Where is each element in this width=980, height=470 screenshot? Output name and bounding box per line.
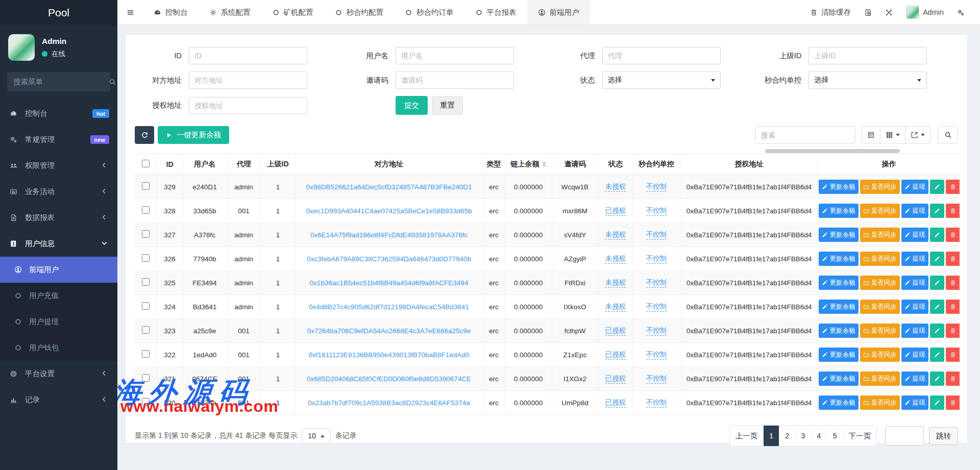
table-search-input[interactable] xyxy=(755,126,855,144)
edit-button[interactable] xyxy=(930,324,944,338)
page-size-select[interactable]: 10 xyxy=(302,428,331,444)
row-checkbox[interactable] xyxy=(142,278,150,286)
address-link[interactable]: 0x6E14A75f9ad166e8f4FcDfdE493581978AA378… xyxy=(310,231,468,239)
sidebar-item-user-info[interactable]: 用户信息 xyxy=(0,231,117,257)
sync-button[interactable]: 是否同步 xyxy=(860,348,900,362)
sidebar-item-business-activity[interactable]: 业务活动 xyxy=(0,179,117,205)
delete-button[interactable] xyxy=(946,324,960,338)
withdraw-button[interactable]: 提现 xyxy=(901,180,928,194)
edit-button[interactable] xyxy=(930,348,944,362)
sidebar-item-user-wallet[interactable]: 用户钱包 xyxy=(0,335,117,361)
withdraw-button[interactable]: 提现 xyxy=(901,395,928,410)
control-link[interactable]: 不控制 xyxy=(646,183,667,192)
update-balance-button[interactable]: 更新余额 xyxy=(819,180,859,194)
filter-status-select[interactable]: 选择 xyxy=(602,71,721,89)
update-balance-button[interactable]: 更新余额 xyxy=(819,252,859,266)
scrollbar-thumb[interactable] xyxy=(765,149,900,153)
filter-address-input[interactable] xyxy=(189,71,307,89)
sidebar-item-user-recharge[interactable]: 用户充值 xyxy=(0,283,117,309)
row-checkbox[interactable] xyxy=(142,326,150,334)
withdraw-button[interactable]: 提现 xyxy=(901,372,928,386)
filter-seconds-contract-control-select[interactable]: 选择 xyxy=(808,71,927,89)
row-checkbox[interactable] xyxy=(142,182,150,190)
status-link[interactable]: 未授权 xyxy=(605,255,626,264)
update-balance-button[interactable]: 更新余额 xyxy=(819,348,859,362)
fullscreen-button[interactable] xyxy=(885,9,893,16)
delete-button[interactable] xyxy=(946,395,960,410)
edit-button[interactable] xyxy=(930,252,944,266)
brand-logo[interactable]: Pool xyxy=(0,0,117,25)
column-header-chain-balance[interactable]: 链上余额 xyxy=(505,154,552,175)
sync-button[interactable]: 是否同步 xyxy=(860,252,900,266)
update-balance-button[interactable]: 更新余额 xyxy=(819,300,859,314)
row-checkbox[interactable] xyxy=(142,302,150,310)
log-button[interactable] xyxy=(864,9,872,16)
address-link[interactable]: 0xc3febA679A89C38C7362594Da646473d0D7794… xyxy=(307,255,471,263)
delete-button[interactable] xyxy=(946,276,960,290)
filter-auth-address-input[interactable] xyxy=(189,97,307,114)
address-link[interactable]: 0x1b36ac1B54ec51b4f8B49a454d6f9a8fACFE34… xyxy=(310,279,469,287)
topnav-system-config[interactable]: 系统配置 xyxy=(199,0,261,24)
address-link[interactable]: 0x98DB526621a64Dec5cfD324857A487B3FBe240… xyxy=(306,183,472,191)
sidebar-item-general-management[interactable]: 常规管理new xyxy=(0,127,117,153)
control-link[interactable]: 不控制 xyxy=(646,327,667,336)
withdraw-button[interactable]: 提现 xyxy=(901,228,928,242)
update-all-balances-button[interactable]: 一键更新余额 xyxy=(158,126,229,144)
control-link[interactable]: 不控制 xyxy=(646,351,667,360)
status-link[interactable]: 已授权 xyxy=(605,399,626,408)
row-checkbox[interactable] xyxy=(142,254,150,262)
edit-button[interactable] xyxy=(930,276,944,290)
delete-button[interactable] xyxy=(946,372,960,386)
sidebar-search-input[interactable] xyxy=(13,78,109,86)
sync-button[interactable]: 是否同步 xyxy=(860,276,900,290)
topnav-seconds-contract-orders[interactable]: 秒合约订单 xyxy=(394,0,464,24)
address-link[interactable]: 0x4d8B27c4c905d62df7d12198DA4fecaC54Bd36… xyxy=(309,303,469,311)
control-link[interactable]: 不控制 xyxy=(646,375,667,384)
topnav-miner-config[interactable]: 矿机配置 xyxy=(261,0,324,24)
topnav-dashboard[interactable]: 控制台 xyxy=(143,0,199,24)
status-link[interactable]: 未授权 xyxy=(605,303,626,312)
address-link[interactable]: 0x685D204068C85f0CfED0D060f0e8d8D5390674… xyxy=(307,375,471,383)
update-balance-button[interactable]: 更新余额 xyxy=(819,372,859,386)
control-link[interactable]: 不控制 xyxy=(646,255,667,264)
delete-button[interactable] xyxy=(946,204,960,218)
export-button[interactable] xyxy=(905,126,930,144)
refresh-button[interactable] xyxy=(135,126,154,144)
row-checkbox[interactable] xyxy=(142,230,150,238)
status-link[interactable]: 已授权 xyxy=(605,327,626,336)
update-balance-button[interactable]: 更新余额 xyxy=(819,395,859,410)
withdraw-button[interactable]: 提现 xyxy=(901,348,928,362)
page-jump-button[interactable]: 跳转 xyxy=(929,427,958,445)
filter-parent-id-input[interactable] xyxy=(808,47,927,64)
sidebar-toggle-button[interactable] xyxy=(117,0,143,24)
sync-button[interactable]: 是否同步 xyxy=(860,180,900,194)
control-link[interactable]: 不控制 xyxy=(646,399,667,408)
delete-button[interactable] xyxy=(946,348,960,362)
withdraw-button[interactable]: 提现 xyxy=(901,204,928,218)
update-balance-button[interactable]: 更新余额 xyxy=(819,228,859,242)
address-link[interactable]: 0x23ab7b7df709c1A5938B3ac8D2923c4E6AF537… xyxy=(308,399,470,407)
control-link[interactable]: 不控制 xyxy=(646,231,667,240)
filter-id-input[interactable] xyxy=(189,47,307,64)
status-link[interactable]: 未授权 xyxy=(605,231,626,240)
edit-button[interactable] xyxy=(930,204,944,218)
address-link[interactable]: 0xec1D993A40441C4ae07425a5BeCe1e58B933d6… xyxy=(306,207,472,215)
sync-button[interactable]: 是否同步 xyxy=(860,204,900,218)
control-link[interactable]: 不控制 xyxy=(646,279,667,288)
pagination-prev[interactable]: 上一页 xyxy=(730,426,764,446)
sync-button[interactable]: 是否同步 xyxy=(860,372,900,386)
filter-submit-button[interactable]: 提交 xyxy=(396,96,428,115)
columns-button[interactable] xyxy=(880,126,905,144)
topnav-frontend-users[interactable]: 前端用户 xyxy=(527,0,590,24)
edit-button[interactable] xyxy=(930,228,944,242)
sidebar-item-dashboard[interactable]: 控制台hot xyxy=(0,101,117,127)
sidebar-item-records[interactable]: 记录 xyxy=(0,387,117,413)
status-link[interactable]: 已授权 xyxy=(605,207,626,216)
update-balance-button[interactable]: 更新余额 xyxy=(819,204,859,218)
sidebar-item-user-withdraw[interactable]: 用户提现 xyxy=(0,309,117,335)
edit-button[interactable] xyxy=(930,395,944,410)
sidebar-item-permission-management[interactable]: 权限管理 xyxy=(0,153,117,179)
sync-button[interactable]: 是否同步 xyxy=(860,300,900,314)
delete-button[interactable] xyxy=(946,252,960,266)
status-link[interactable]: 未授权 xyxy=(605,183,626,192)
